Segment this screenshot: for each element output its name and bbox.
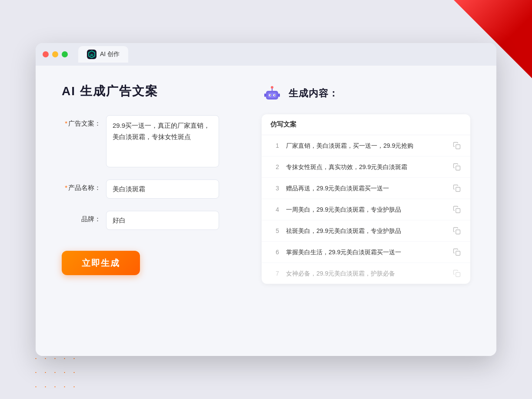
browser-tab[interactable]: AI AI 创作: [78, 46, 128, 63]
result-header-title: 生成内容：: [289, 87, 339, 100]
page-title: AI 生成广告文案: [62, 83, 236, 100]
svg-point-6: [270, 95, 271, 96]
copy-icon-3[interactable]: [452, 183, 462, 193]
row-number-4: 4: [270, 206, 279, 213]
svg-rect-13: [456, 166, 460, 170]
row-text-1: 厂家直销，美白淡斑霜，买一送一，29.9元抢购: [286, 141, 445, 150]
row-text-4: 一周美白，29.9元美白淡斑霜，专业护肤品: [286, 205, 445, 214]
row-number-3: 3: [270, 185, 279, 192]
brand-label: 品牌：: [62, 211, 101, 223]
result-row: 5 祛斑美白，29.9元美白淡斑霜，专业护肤品: [262, 220, 470, 242]
traffic-light-green[interactable]: [62, 51, 68, 57]
browser-content: AI 生成广告文案 *广告文案： 29.9买一送一，真正的厂家直销，美白淡斑霜，…: [36, 66, 496, 356]
product-name-input[interactable]: [106, 180, 219, 199]
generate-button[interactable]: 立即生成: [62, 251, 140, 275]
result-row: 6 掌握美白生活，29.9元美白淡斑霜买一送一: [262, 242, 470, 263]
row-text-6: 掌握美白生活，29.9元美白淡斑霜买一送一: [286, 248, 445, 257]
product-required-star: *: [65, 184, 67, 191]
form-group-product-name: *产品名称：: [62, 180, 236, 199]
svg-point-7: [274, 95, 275, 96]
result-row: 3 赠品再送，29.9元美白淡斑霜买一送一: [262, 178, 470, 199]
ad-copy-textarea[interactable]: 29.9买一送一，真正的厂家直销，美白淡斑霜，专抹女性斑点: [106, 115, 219, 167]
copy-icon-1[interactable]: [452, 141, 462, 150]
tab-title: AI 创作: [100, 50, 120, 58]
result-table: 仿写文案 1 厂家直销，美白淡斑霜，买一送一，29.9元抢购 2: [262, 114, 470, 284]
ad-copy-label: *广告文案：: [62, 115, 101, 128]
traffic-light-red[interactable]: [43, 51, 49, 57]
copy-icon-6[interactable]: [452, 247, 462, 257]
browser-window: AI AI 创作 AI 生成广告文案 *广告文案： 29.9买一送一，真正的厂家…: [36, 43, 496, 356]
form-group-ad-copy: *广告文案： 29.9买一送一，真正的厂家直销，美白淡斑霜，专抹女性斑点: [62, 115, 236, 167]
row-number-2: 2: [270, 163, 279, 170]
ad-copy-required-star: *: [65, 120, 67, 127]
row-text-2: 专抹女性斑点，真实功效，29.9元美白淡斑霜: [286, 163, 445, 172]
result-header: 生成内容：: [262, 83, 470, 104]
svg-rect-17: [456, 251, 460, 256]
bg-dots-decoration: [35, 351, 87, 386]
row-text-5: 祛斑美白，29.9元美白淡斑霜，专业护肤品: [286, 226, 445, 236]
right-panel: 生成内容： 仿写文案 1 厂家直销，美白淡斑霜，买一送一，29.9元抢购: [262, 83, 470, 339]
row-number-5: 5: [270, 227, 279, 234]
svg-rect-18: [456, 273, 460, 277]
result-row: 4 一周美白，29.9元美白淡斑霜，专业护肤品: [262, 199, 470, 220]
row-number-7: 7: [270, 270, 279, 277]
svg-point-9: [271, 86, 273, 89]
traffic-light-yellow[interactable]: [52, 51, 58, 57]
row-text-3: 赠品再送，29.9元美白淡斑霜买一送一: [286, 184, 445, 193]
row-text-7: 女神必备，29.9元美白淡斑霜，护肤必备: [286, 269, 445, 278]
copy-icon-2[interactable]: [452, 162, 462, 172]
row-number-6: 6: [270, 249, 279, 256]
result-table-header-text: 仿写文案: [270, 120, 296, 128]
robot-icon: [262, 83, 283, 104]
svg-rect-11: [278, 93, 280, 97]
brand-input[interactable]: [106, 211, 219, 230]
result-table-header: 仿写文案: [262, 114, 470, 135]
copy-icon-4[interactable]: [452, 205, 462, 214]
result-row: 2 专抹女性斑点，真实功效，29.9元美白淡斑霜: [262, 156, 470, 178]
form-group-brand: 品牌：: [62, 211, 236, 230]
svg-rect-12: [456, 145, 460, 149]
browser-titlebar: AI AI 创作: [36, 43, 496, 66]
row-number-1: 1: [270, 142, 279, 149]
tab-ai-icon: AI: [87, 50, 96, 59]
product-name-label: *产品名称：: [62, 180, 101, 192]
copy-icon-5[interactable]: [452, 226, 462, 236]
copy-icon-7[interactable]: [452, 269, 462, 278]
result-row-faded: 7 女神必备，29.9元美白淡斑霜，护肤必备: [262, 263, 470, 284]
left-panel: AI 生成广告文案 *广告文案： 29.9买一送一，真正的厂家直销，美白淡斑霜，…: [62, 83, 236, 339]
svg-rect-16: [456, 230, 460, 234]
svg-text:AI: AI: [90, 53, 93, 57]
svg-rect-10: [264, 93, 266, 97]
svg-rect-15: [456, 209, 460, 213]
result-row: 1 厂家直销，美白淡斑霜，买一送一，29.9元抢购: [262, 135, 470, 156]
svg-rect-14: [456, 187, 460, 192]
